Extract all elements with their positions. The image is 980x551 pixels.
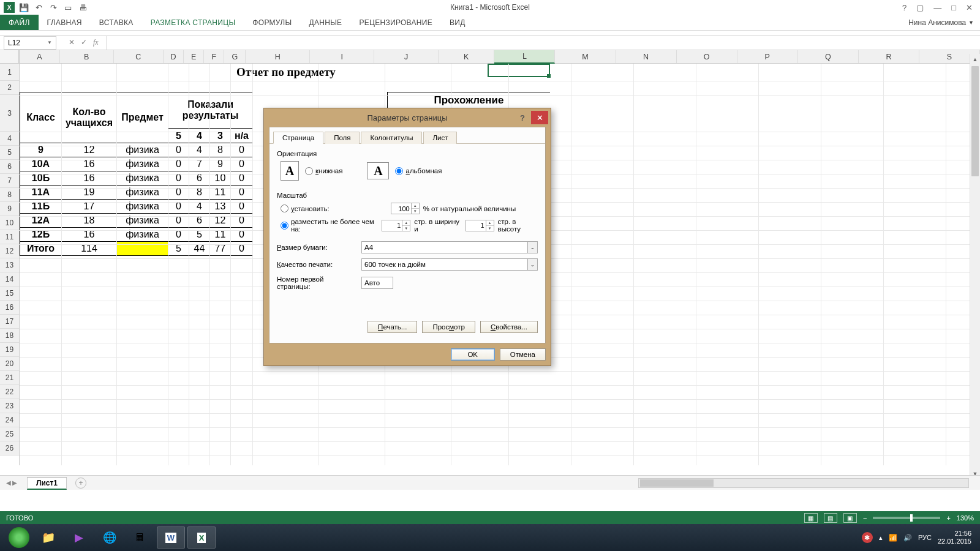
column-header[interactable]: J [374,50,439,63]
add-sheet-icon[interactable]: + [75,478,86,489]
row-header[interactable]: 15 [0,287,19,301]
first-page-input[interactable] [361,277,393,289]
preview-button[interactable]: Просмотр [422,321,475,333]
dialog-close-icon[interactable]: ✕ [531,111,548,124]
table-row[interactable]: 912физика0480 [20,143,253,157]
row-header[interactable]: 3 [0,95,19,132]
column-header[interactable]: L [494,50,555,64]
tray-app-icon[interactable]: ✱ [862,532,873,543]
row-header[interactable]: 20 [0,357,19,371]
row-header[interactable]: 9 [0,202,19,216]
view-page-layout-icon[interactable]: ▤ [824,513,837,523]
ribbon-options-icon[interactable]: ▢ [914,3,926,12]
column-header[interactable]: H [246,50,310,63]
tab-page-layout[interactable]: РАЗМЕТКА СТРАНИЦЫ [142,15,244,30]
row-header[interactable]: 21 [0,371,19,385]
save-icon[interactable]: 💾 [18,2,29,13]
column-header[interactable]: P [737,50,798,63]
taskbar-explorer[interactable]: 📁 [34,527,62,549]
column-header[interactable]: D [164,50,184,63]
view-normal-icon[interactable]: ▦ [804,513,818,523]
table-row[interactable]: 11Б17физика04130 [20,200,253,214]
scroll-thumb[interactable] [971,66,979,176]
table-row[interactable]: 10Б16физика06100 [20,171,253,186]
row-header[interactable]: 12 [0,244,19,258]
help-icon[interactable]: ? [900,3,909,12]
row-header[interactable]: 25 [0,427,19,441]
column-header[interactable]: O [677,50,737,63]
zoom-slider[interactable] [873,517,940,519]
undo-icon[interactable]: ↶ [33,2,44,13]
row-header[interactable]: 26 [0,441,19,455]
row-header[interactable]: 11 [0,230,19,244]
radio-portrait[interactable]: ккнижнаянижная [305,167,342,175]
radio-adjust[interactable]: установить: [281,204,330,212]
redo-icon[interactable]: ↷ [48,2,59,13]
tab-insert[interactable]: ВСТАВКА [91,15,142,30]
cancel-button[interactable]: Отмена [500,348,546,361]
touch-icon[interactable]: ▭ [62,2,74,13]
print-button[interactable]: Печать... [368,321,417,333]
scroll-up-icon[interactable]: ▲ [970,54,980,64]
taskbar-word[interactable]: W [157,527,185,549]
select-all-triangle[interactable] [0,50,19,64]
tab-data[interactable]: ДАННЫЕ [300,15,350,30]
table-row[interactable]: 11A19физика08110 [20,186,253,200]
name-box[interactable]: L12 ▼ [4,36,56,50]
formula-input[interactable] [106,36,980,50]
tab-home[interactable]: ГЛАВНАЯ [39,15,91,30]
dialog-title-bar[interactable]: Параметры страницы ? ✕ [264,108,551,127]
row-header[interactable]: 2 [0,81,19,95]
table-row[interactable]: Итого114544770 [20,242,253,256]
sheet-nav-prev-icon[interactable]: ◀ [6,479,11,486]
row-header[interactable]: 5 [0,146,19,160]
paper-size-combo[interactable]: A4⌄ [361,241,538,253]
column-header[interactable]: R [859,50,919,63]
row-header[interactable]: 13 [0,258,19,272]
taskbar-chrome[interactable]: 🌐 [96,527,124,549]
zoom-value[interactable]: 130% [957,514,974,522]
fit-height-spinner[interactable]: ▲▼ [466,220,494,231]
minimize-icon[interactable]: — [931,3,944,12]
zoom-in-icon[interactable]: + [946,514,950,522]
tab-margins[interactable]: Поля [325,132,360,144]
tray-volume-icon[interactable]: 🔊 [903,534,912,542]
cancel-icon[interactable]: ✕ [69,38,75,47]
table-row[interactable]: 12A18физика06120 [20,214,253,228]
radio-fit[interactable]: разместить не более чем на: [281,218,378,233]
radio-landscape[interactable]: альбомная [395,167,442,175]
row-header[interactable]: 19 [0,343,19,357]
tray-lang[interactable]: РУС [918,534,932,541]
column-header[interactable]: F [204,50,224,63]
row-header[interactable]: 17 [0,315,19,329]
column-header[interactable]: I [310,50,374,63]
taskbar-app1[interactable]: ▶ [65,527,93,549]
enter-icon[interactable]: ✓ [81,38,87,47]
scale-percent-spinner[interactable]: ▲▼ [391,203,420,214]
ok-button[interactable]: OK [451,348,495,361]
taskbar-calculator[interactable]: 🖩 [126,527,154,549]
row-header[interactable]: 1 [0,64,19,81]
sheet-nav-next-icon[interactable]: ▶ [12,479,17,486]
fit-width-spinner[interactable]: ▲▼ [382,220,410,231]
tab-view[interactable]: ВИД [441,15,474,30]
row-header[interactable]: 7 [0,174,19,188]
tab-formulas[interactable]: ФОРМУЛЫ [244,15,300,30]
view-page-break-icon[interactable]: ▣ [843,513,857,523]
row-header[interactable]: 14 [0,272,19,287]
print-quality-combo[interactable]: 600 точек на дюйм⌄ [361,258,538,271]
sheet-tab[interactable]: Лист1 [27,477,67,490]
user-account[interactable]: Нина Анисимова ▼ [902,15,980,30]
column-header[interactable]: N [616,50,677,63]
row-header[interactable]: 24 [0,413,19,427]
close-icon[interactable]: ✕ [963,3,975,12]
tab-review[interactable]: РЕЦЕНЗИРОВАНИЕ [350,15,441,30]
properties-button[interactable]: Свойства... [480,321,538,333]
table-row[interactable]: 10A16физика0790 [20,157,253,171]
taskbar-excel[interactable]: X [187,527,216,549]
row-header[interactable]: 18 [0,329,19,343]
tray-network-icon[interactable]: 📶 [889,534,897,542]
tab-sheet[interactable]: Лист [423,132,457,144]
row-header[interactable]: 22 [0,385,19,399]
column-header[interactable]: A [20,50,60,63]
